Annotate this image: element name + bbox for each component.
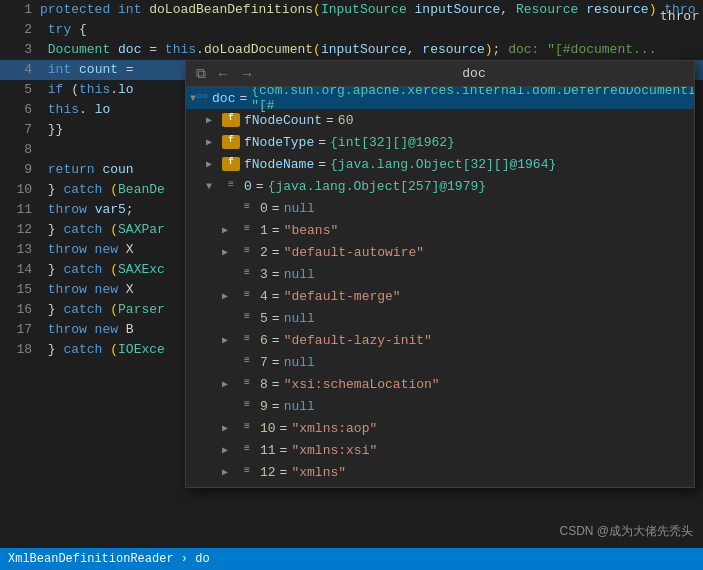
item-value: null: [284, 201, 315, 216]
item-value: {java.lang.Object[32][]@1964}: [330, 157, 556, 172]
item-value: 60: [338, 113, 354, 128]
item-eq: =: [280, 421, 288, 436]
tree-item[interactable]: f fNodeType = {int[32][]@1962}: [186, 131, 694, 153]
item-eq: =: [280, 487, 288, 488]
item-icon: ≡: [238, 289, 256, 303]
item-eq: =: [326, 113, 334, 128]
tree-item[interactable]: ≡ 12 = "xmlns": [186, 461, 694, 483]
expand-arrow[interactable]: [222, 290, 238, 302]
code-line: 2 try {: [0, 20, 703, 40]
nav-copy-button[interactable]: ⧉: [194, 65, 208, 82]
expand-arrow[interactable]: [206, 136, 222, 148]
item-label: 0: [244, 179, 252, 194]
object-icon: ○○: [196, 91, 208, 105]
tree-item[interactable]: ≡ 0 = null: [186, 197, 694, 219]
tree-item[interactable]: ≡ 10 = "xmlns:aop": [186, 417, 694, 439]
tree-item[interactable]: ≡ 2 = "default-autowire": [186, 241, 694, 263]
item-eq: =: [272, 201, 280, 216]
expand-arrow[interactable]: [222, 444, 238, 456]
item-value: "beans": [284, 223, 339, 238]
popup-header: ⧉ ← → doc: [186, 61, 694, 87]
item-eq: =: [272, 267, 280, 282]
field-icon: f: [222, 135, 240, 149]
expand-arrow[interactable]: [222, 224, 238, 236]
item-value: null: [284, 355, 315, 370]
item-value: null: [284, 399, 315, 414]
item-value: "default-autowire": [284, 245, 424, 260]
field-icon: f: [222, 113, 240, 127]
item-value: "xmlns:aop": [291, 421, 377, 436]
item-label: 7: [260, 355, 268, 370]
item-eq: =: [272, 289, 280, 304]
tree-item-selected[interactable]: ○○ doc = {com.sun.org.apache.xerces.inte…: [186, 87, 694, 109]
item-label: 11: [260, 443, 276, 458]
item-eq: =: [272, 377, 280, 392]
tree-item[interactable]: ≡ 8 = "xsi:schemaLocation": [186, 373, 694, 395]
popup-content[interactable]: ○○ doc = {com.sun.org.apache.xerces.inte…: [186, 87, 694, 487]
item-label: 2: [260, 245, 268, 260]
field-icon: f: [222, 157, 240, 171]
expand-arrow[interactable]: [222, 378, 238, 390]
item-eq: =: [280, 465, 288, 480]
expand-arrow[interactable]: [222, 334, 238, 346]
item-icon: ≡: [238, 245, 256, 259]
tree-item[interactable]: f fNodeName = {java.lang.Object[32][]@19…: [186, 153, 694, 175]
tree-item[interactable]: ≡ 7 = null: [186, 351, 694, 373]
debug-popup: ⧉ ← → doc ○○ doc = {com.sun.org.apache.x…: [185, 60, 695, 488]
item-eq: =: [280, 443, 288, 458]
item-value: "xmlns:xsi": [291, 443, 377, 458]
item-label: 5: [260, 311, 268, 326]
tree-item[interactable]: ≡ 11 = "xmlns:xsi": [186, 439, 694, 461]
item-icon: ≡: [238, 311, 256, 325]
expand-arrow[interactable]: [206, 114, 222, 126]
item-icon: ≡: [238, 267, 256, 281]
tree-item[interactable]: ≡ 5 = null: [186, 307, 694, 329]
expand-arrow[interactable]: [206, 181, 222, 192]
item-label: 10: [260, 421, 276, 436]
expand-arrow[interactable]: [222, 246, 238, 258]
expand-arrow[interactable]: [222, 466, 238, 478]
tree-item[interactable]: ≡ 13 = null: [186, 483, 694, 487]
item-label: 4: [260, 289, 268, 304]
item-label: 6: [260, 333, 268, 348]
tree-item[interactable]: ≡ 4 = "default-merge": [186, 285, 694, 307]
item-value: null: [291, 487, 322, 488]
expand-arrow[interactable]: [222, 422, 238, 434]
item-eq: =: [318, 135, 326, 150]
item-value: "default-lazy-init": [284, 333, 432, 348]
breadcrumb: XmlBeanDefinitionReader › do: [8, 552, 210, 566]
item-icon: ≡: [238, 201, 256, 215]
item-name: doc: [212, 91, 235, 106]
item-value: "xsi:schemaLocation": [284, 377, 440, 392]
nav-back-button[interactable]: ←: [214, 66, 232, 82]
code-line: 1protected int doLoadBeanDefinitions(Inp…: [0, 0, 703, 20]
item-value: "default-merge": [284, 289, 401, 304]
item-value: "xmlns": [291, 465, 346, 480]
tree-item[interactable]: ≡ 0 = {java.lang.Object[257]@1979}: [186, 175, 694, 197]
item-value: {int[32][]@1962}: [330, 135, 455, 150]
popup-title: doc: [262, 66, 686, 81]
item-label: 0: [260, 201, 268, 216]
item-label: 3: [260, 267, 268, 282]
expand-arrow[interactable]: [206, 158, 222, 170]
list-icon: ≡: [222, 179, 240, 193]
item-label: 9: [260, 399, 268, 414]
watermark: CSDN @成为大佬先秃头: [559, 523, 693, 540]
tree-item[interactable]: ≡ 9 = null: [186, 395, 694, 417]
item-label: fNodeCount: [244, 113, 322, 128]
item-label: fNodeType: [244, 135, 314, 150]
item-icon: ≡: [238, 377, 256, 391]
status-bar: XmlBeanDefinitionReader › do: [0, 548, 703, 570]
item-value: null: [284, 267, 315, 282]
nav-forward-button[interactable]: →: [238, 66, 256, 82]
item-eq: =: [272, 333, 280, 348]
code-line: 3 Document doc = this.doLoadDocument(inp…: [0, 40, 703, 60]
item-eq: =: [272, 311, 280, 326]
item-eq: =: [272, 399, 280, 414]
tree-item[interactable]: ≡ 1 = "beans": [186, 219, 694, 241]
item-eq: =: [256, 179, 264, 194]
tree-item[interactable]: ≡ 3 = null: [186, 263, 694, 285]
item-icon: ≡: [238, 399, 256, 413]
item-label: 8: [260, 377, 268, 392]
tree-item[interactable]: ≡ 6 = "default-lazy-init": [186, 329, 694, 351]
